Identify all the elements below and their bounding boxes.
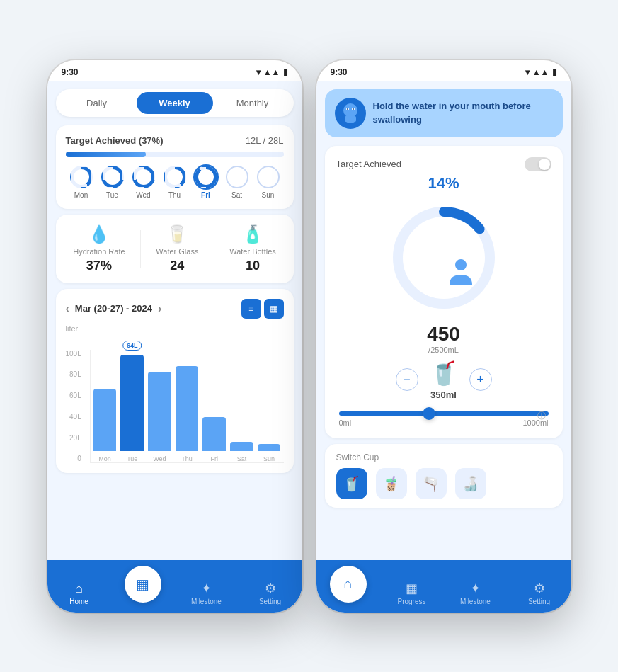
- bar-sat: Sat: [230, 350, 253, 462]
- home-center-btn[interactable]: ⌂: [330, 566, 367, 603]
- target-toggle[interactable]: [525, 157, 551, 171]
- switch-cup-card: Switch Cup 🥤 🧋 🫗 🍶: [325, 444, 563, 508]
- day-wed: Wed: [132, 166, 155, 199]
- status-bar-1: 9:30 ▾ ▲▲ ▮: [47, 60, 302, 81]
- label-fri: Fri: [201, 191, 210, 199]
- target-label: Target Achieved (37%): [66, 135, 164, 146]
- tab-daily[interactable]: Daily: [59, 92, 135, 114]
- bottom-nav-2: ⌂ ▦ Progress ✦ Milestone ⚙ Setting: [316, 560, 571, 613]
- cup-control: − 🥤 350ml +: [396, 360, 492, 400]
- wifi-icon-1: ▾: [256, 67, 261, 77]
- slider-labels: 0ml 1000ml: [339, 418, 549, 427]
- tab-weekly[interactable]: Weekly: [137, 92, 213, 114]
- cup-options: 🥤 🧋 🫗 🍶: [336, 468, 551, 499]
- cup-option-3[interactable]: 🫗: [416, 468, 447, 499]
- nav-setting[interactable]: ⚙ Setting: [239, 581, 302, 605]
- svg-rect-7: [353, 116, 356, 122]
- circle-sun: [257, 166, 280, 188]
- target-value: 12L / 28L: [246, 135, 284, 146]
- circle-tue: [101, 166, 124, 188]
- target-header-2: Target Achieved: [336, 157, 551, 171]
- cup-option-4[interactable]: 🍶: [455, 468, 486, 499]
- nav-home[interactable]: ⌂ Home: [47, 581, 111, 605]
- signal-bars-2: ▲▲: [532, 67, 549, 77]
- label-thu: Thu: [168, 191, 181, 199]
- cup-option-1[interactable]: 🥤: [336, 468, 367, 499]
- target-percent: 14%: [428, 174, 459, 193]
- milestone-icon-2: ✦: [470, 581, 481, 596]
- circle-sat: [226, 166, 248, 188]
- slider-min: 0ml: [339, 418, 352, 427]
- nav-progress-2[interactable]: ▦ Progress: [380, 581, 444, 605]
- status-icons-2: ▾ ▲▲ ▮: [525, 67, 557, 77]
- bottles-label: Water Bottles: [229, 247, 276, 256]
- chart-week-range: Mar (20-27) - 2024: [75, 303, 152, 314]
- slider-thumb[interactable]: [423, 407, 435, 420]
- svg-point-10: [455, 259, 467, 270]
- day-sat: Sat: [226, 166, 248, 199]
- circular-progress: [387, 201, 500, 314]
- stat-hydration: 💧 Hydration Rate 37%: [73, 224, 125, 273]
- phone2-content: Hold the water in your mouth before swal…: [316, 81, 571, 560]
- cup-option-2[interactable]: 🧋: [376, 468, 407, 499]
- tab-monthly[interactable]: Monthly: [214, 92, 291, 114]
- list-view-btn[interactable]: ≡: [241, 299, 261, 319]
- label-sat: Sat: [231, 191, 242, 199]
- progress-center-btn[interactable]: ▦: [125, 566, 161, 603]
- y-axis: 100L 80L 60L 40L 20L 0: [66, 350, 81, 463]
- switch-cup-title: Switch Cup: [336, 452, 551, 462]
- chart-area: 100L 80L 60L 40L 20L 0 Mon: [66, 336, 284, 463]
- cup-size-label: 350ml: [430, 389, 457, 400]
- label-sun: Sun: [262, 191, 275, 199]
- minus-button[interactable]: −: [396, 368, 418, 391]
- info-icon: ⓘ: [537, 410, 546, 422]
- bar-view-btn[interactable]: ▦: [264, 299, 284, 319]
- glass-label: Water Glass: [156, 247, 198, 256]
- bar-fri: Fri: [202, 350, 226, 462]
- cup-icon: 🥤: [430, 360, 458, 387]
- milestone-icon: ✦: [201, 581, 212, 596]
- label-wed: Wed: [136, 191, 150, 199]
- status-icons-1: ▾ ▲▲ ▮: [256, 67, 288, 77]
- day-sun: Sun: [257, 166, 280, 199]
- bar-tue: 64L Tue: [120, 350, 144, 462]
- cup-display: 🥤 350ml: [430, 360, 458, 400]
- bar-sun: Sun: [258, 350, 281, 462]
- target-card: Target Achieved (37%) 12L / 28L Mon: [56, 125, 294, 209]
- home-icon: ⌂: [75, 581, 83, 596]
- nav-setting-2[interactable]: ⚙ Setting: [508, 581, 571, 605]
- wifi-icon-2: ▾: [525, 67, 530, 77]
- setting-icon: ⚙: [265, 581, 276, 596]
- plus-button[interactable]: +: [469, 368, 492, 391]
- day-circles: Mon Tue Wed: [66, 166, 284, 199]
- progress-bar-bg: [66, 152, 284, 157]
- nav-center-wrapper: ▦: [111, 566, 175, 605]
- divider-1: [140, 230, 141, 268]
- home-center-icon: ⌂: [343, 576, 352, 592]
- chart-bars: Mon 64L Tue Wed: [90, 350, 284, 463]
- next-arrow[interactable]: ›: [158, 302, 161, 315]
- period-tabs: Daily Weekly Monthly: [56, 89, 294, 117]
- mascot: [335, 98, 366, 129]
- mascot-icon: [338, 101, 363, 126]
- amount-value: 450: [427, 323, 460, 346]
- bar-thu: Thu: [176, 350, 199, 462]
- nav-milestone-2[interactable]: ✦ Milestone: [444, 581, 508, 605]
- chart-header: ‹ Mar (20-27) - 2024 › ≡ ▦: [66, 299, 284, 319]
- progress-center-icon: ▦: [136, 576, 149, 593]
- progress-icon: ▦: [406, 581, 418, 596]
- prev-arrow[interactable]: ‹: [66, 302, 69, 315]
- amount-total: /2500mL: [427, 346, 460, 354]
- divider-2: [214, 230, 214, 268]
- hydration-label: Hydration Rate: [73, 247, 125, 256]
- bottles-value: 10: [246, 258, 260, 273]
- phone-2: 9:30 ▾ ▲▲ ▮: [316, 60, 571, 613]
- status-bar-2: 9:30 ▾ ▲▲ ▮: [316, 60, 571, 81]
- label-mon: Mon: [74, 191, 88, 199]
- slider-track[interactable]: [339, 411, 549, 416]
- milestone-label-2: Milestone: [460, 598, 491, 605]
- setting-label-2: Setting: [528, 598, 550, 605]
- nav-milestone[interactable]: ✦ Milestone: [175, 581, 239, 605]
- toggle-knob: [539, 159, 550, 170]
- svg-point-3: [347, 108, 348, 110]
